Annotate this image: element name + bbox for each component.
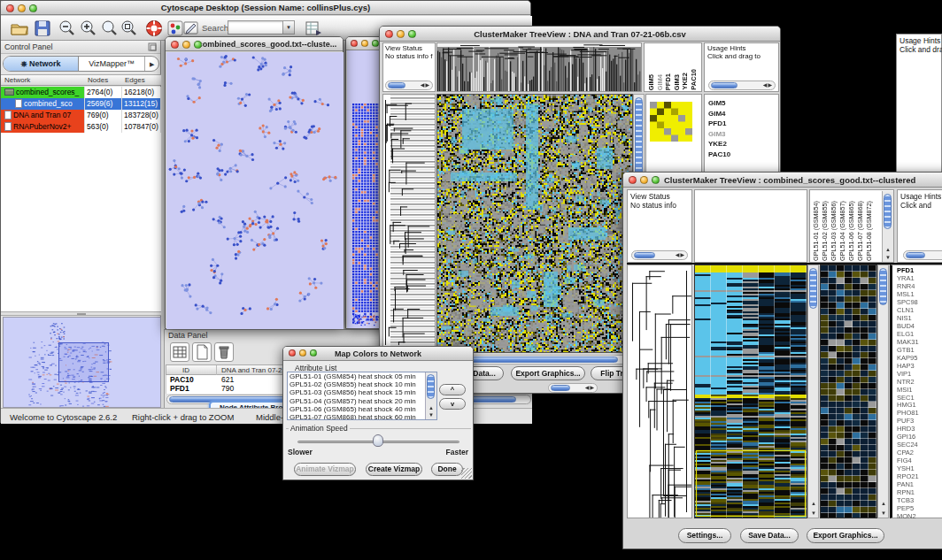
zoom-button[interactable] bbox=[652, 176, 660, 184]
done-button[interactable]: Done bbox=[431, 463, 463, 476]
move-down-button[interactable]: v bbox=[439, 398, 466, 410]
close-button[interactable] bbox=[351, 40, 358, 47]
tab-overflow-arrow[interactable]: ▶ bbox=[144, 57, 158, 71]
attribute-list-item[interactable]: GPL51-04 (GSM857) heat shock 20 min bbox=[288, 397, 436, 405]
tv2-row-dendrogram[interactable] bbox=[628, 265, 691, 518]
tv1-zoom-heatmap[interactable] bbox=[650, 102, 692, 142]
tv1-view-status-panel: View Status No status info f ◀▶ bbox=[382, 42, 436, 92]
attribute-list-item[interactable]: GPL51-02 (GSM855) heat shock 10 min bbox=[288, 380, 436, 388]
minimize-button[interactable] bbox=[299, 349, 306, 357]
attribute-list-item[interactable]: GPL51-07 (GSM868) heat shock 60 min bbox=[288, 413, 436, 420]
animate-vizmap-button[interactable]: Animate Vizmap bbox=[294, 463, 356, 476]
zoom-button[interactable] bbox=[29, 4, 37, 12]
tv1-global-heatmap[interactable] bbox=[437, 95, 632, 352]
col-id[interactable]: ID bbox=[182, 365, 189, 375]
col-network[interactable]: Network bbox=[4, 75, 30, 86]
tv1-column-dendrogram[interactable] bbox=[437, 43, 641, 91]
attribute-list-vscrollbar[interactable]: ▲▼ bbox=[425, 372, 436, 419]
panel-divider-handle[interactable] bbox=[1, 311, 161, 316]
fragment-usage-hints-text: Click and drag t bbox=[900, 45, 942, 54]
treeview2-title-bar[interactable]: ClusterMaker TreeView : combined_scores_… bbox=[623, 173, 942, 188]
tv2-save-data-button[interactable]: Save Data... bbox=[740, 528, 799, 543]
birds-eye-view[interactable] bbox=[3, 317, 161, 408]
close-button[interactable] bbox=[171, 41, 179, 49]
tv1-export-graphics-button[interactable]: Export Graphics... bbox=[511, 366, 585, 380]
tv2-view-status-scrollbar[interactable]: ◀▶ bbox=[631, 250, 688, 260]
tv2-usage-hints-scrollbar[interactable]: ◀▶ bbox=[903, 250, 942, 260]
minimize-button[interactable] bbox=[397, 30, 405, 38]
network1-title-bar[interactable]: combined_scores_good.txt--cluste... bbox=[166, 37, 343, 51]
dialog-title-bar[interactable]: Map Colors to Network bbox=[283, 347, 473, 361]
network2-grid-view[interactable] bbox=[352, 104, 382, 326]
attribute-select-button[interactable] bbox=[170, 342, 189, 362]
save-icon[interactable] bbox=[33, 19, 52, 38]
open-file-icon[interactable] bbox=[10, 19, 29, 38]
create-vizmap-button[interactable]: Create Vizmap bbox=[366, 463, 422, 476]
zoom-button[interactable] bbox=[194, 41, 202, 49]
tv1-row-dendrogram-panel bbox=[382, 94, 436, 353]
tv1-column-label: YKE2 bbox=[681, 73, 690, 90]
network-table-row[interactable]: combined_sco2569(6)13112(15) bbox=[1, 98, 161, 110]
minimize-button[interactable] bbox=[361, 40, 368, 47]
treeview1-title-bar[interactable]: ClusterMaker TreeView : DNA and Tran 07-… bbox=[380, 27, 780, 42]
animation-speed-slider-thumb[interactable] bbox=[373, 434, 383, 447]
tv2-global-heatmap[interactable] bbox=[695, 265, 807, 518]
tv2-column-dendrogram-panel[interactable] bbox=[694, 189, 807, 263]
treeview2-window-title: ClusterMaker TreeView : combined_scores_… bbox=[664, 175, 915, 185]
search-dropdown-arrow[interactable]: ▼ bbox=[282, 20, 295, 35]
tv2-labels-vscrollbar[interactable]: ▲▼ bbox=[882, 191, 893, 262]
close-button[interactable] bbox=[629, 176, 637, 184]
attribute-list-item[interactable]: GPL51-01 (GSM854) heat shock 05 min bbox=[288, 372, 436, 380]
tv2-export-graphics-button[interactable]: Export Graphics... bbox=[807, 528, 884, 543]
tv1-gene-list: GIM5GIM4PFD1GIM3YKE2PAC10 bbox=[708, 98, 730, 159]
tv2-zoom-heatmap[interactable] bbox=[821, 265, 876, 518]
network-table-row[interactable]: RNAPuberNov2+563(0)107847(0) bbox=[1, 121, 161, 133]
data-panel-title: Data Panel bbox=[168, 331, 208, 340]
col-nodes[interactable]: Nodes bbox=[88, 75, 108, 86]
zoom-button[interactable] bbox=[408, 30, 416, 38]
tv1-view-status-scrollbar[interactable]: ◀▶ bbox=[385, 81, 433, 90]
tv2-heatmap-vscrollbar[interactable]: ▲▼ bbox=[807, 265, 819, 518]
zoom-in-icon[interactable] bbox=[79, 19, 98, 38]
tv1-usage-hints-scrollbar[interactable]: ◀▶ bbox=[708, 81, 776, 90]
network1-view[interactable] bbox=[166, 52, 344, 329]
file-icon bbox=[4, 111, 12, 119]
close-button[interactable] bbox=[289, 349, 296, 357]
import-table-icon[interactable] bbox=[304, 19, 323, 38]
status-zoom-hint: Right-click + drag to ZOOM bbox=[132, 412, 234, 422]
col-edges[interactable]: Edges bbox=[125, 75, 145, 86]
tv2-row-dendrogram-panel bbox=[627, 265, 692, 518]
move-up-button[interactable]: ^ bbox=[439, 384, 466, 395]
control-panel: Control Panel ⎈ Network VizMapper™ ▶ Net… bbox=[1, 41, 161, 408]
tv1-row-dendrogram[interactable] bbox=[383, 95, 435, 352]
minimize-button[interactable] bbox=[18, 4, 26, 12]
zoom-fit-icon[interactable] bbox=[100, 19, 120, 38]
close-button[interactable] bbox=[385, 30, 393, 38]
annotation-icon[interactable] bbox=[181, 19, 201, 38]
attribute-list-item[interactable]: GPL51-03 (GSM856) heat shock 15 min bbox=[288, 388, 436, 396]
close-button[interactable] bbox=[6, 4, 14, 12]
map-colors-dialog: Map Colors to Network Attribute List GPL… bbox=[282, 346, 474, 480]
zoom-button[interactable] bbox=[372, 40, 379, 47]
dialog-resize-grip[interactable] bbox=[461, 468, 472, 479]
float-panel-icon[interactable] bbox=[148, 42, 157, 51]
tv1-heatmap-panel bbox=[436, 94, 633, 353]
tv2-column-label: GPL51-06 (GSM865) bbox=[847, 201, 856, 261]
network-table-row[interactable]: combined_scores_2764(0)16218(0) bbox=[1, 87, 161, 98]
help-lifesaver-icon[interactable] bbox=[144, 19, 164, 38]
network-table-row[interactable]: DNA and Tran 07769(0)183728(0) bbox=[1, 110, 161, 121]
zoom-out-icon[interactable] bbox=[58, 19, 77, 38]
zoom-selected-icon[interactable] bbox=[120, 19, 139, 38]
minimize-button[interactable] bbox=[640, 176, 648, 184]
main-title-bar[interactable]: Cytoscape Desktop (Session Name: collins… bbox=[1, 1, 530, 15]
zoom-button[interactable] bbox=[310, 349, 317, 357]
attribute-list-item[interactable]: GPL51-06 (GSM865) heat shock 40 min bbox=[288, 405, 436, 413]
minimize-button[interactable] bbox=[182, 41, 190, 49]
tab-vizmapper[interactable]: VizMapper™ bbox=[79, 57, 144, 71]
tab-network[interactable]: ⎈ Network bbox=[4, 57, 79, 71]
tv2-settings-button[interactable]: Settings... bbox=[678, 528, 731, 543]
new-attribute-button[interactable] bbox=[192, 342, 212, 362]
delete-attribute-button[interactable] bbox=[214, 342, 234, 362]
tv2-zoom-vscrollbar[interactable]: ▲▼ bbox=[877, 265, 889, 518]
tv1-bottom-scrollbar[interactable]: ◀▶ bbox=[548, 383, 598, 393]
